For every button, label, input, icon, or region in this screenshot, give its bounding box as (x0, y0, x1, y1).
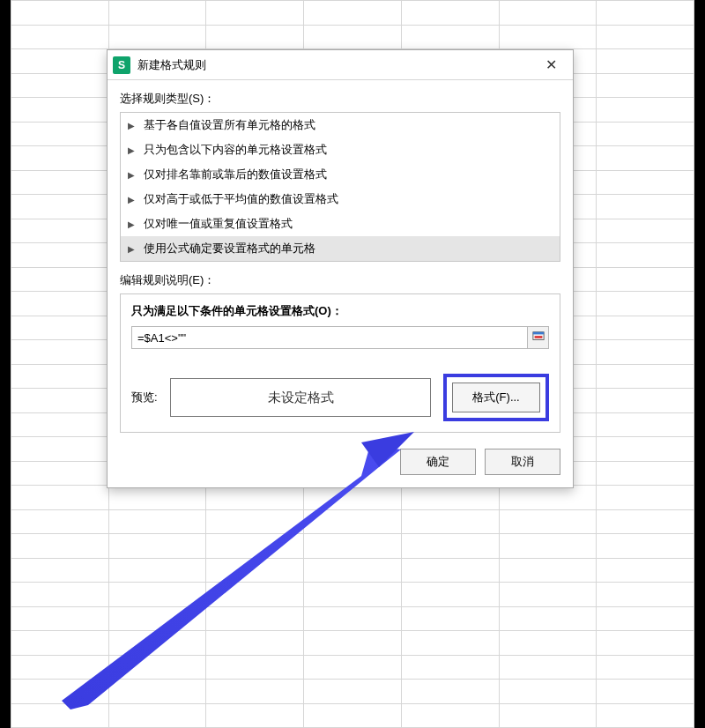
formula-input[interactable] (132, 327, 527, 348)
chevron-right-icon: ▶ (128, 170, 138, 180)
rule-type-item-label: 仅对唯一值或重复值设置格式 (144, 216, 293, 232)
close-button[interactable]: ✕ (536, 56, 566, 75)
new-format-rule-dialog: S 新建格式规则 ✕ 选择规则类型(S)： ▶ 基于各自值设置所有单元格的格式 … (107, 49, 574, 488)
cancel-button[interactable]: 取消 (485, 449, 560, 475)
rule-type-item-selected[interactable]: ▶ 使用公式确定要设置格式的单元格 (121, 236, 560, 261)
svg-rect-1 (532, 331, 543, 334)
chevron-right-icon: ▶ (128, 121, 138, 130)
image-black-border-right (694, 0, 705, 728)
rule-type-item[interactable]: ▶ 仅对高于或低于平均值的数值设置格式 (121, 187, 560, 212)
rule-type-item-label: 基于各自值设置所有单元格的格式 (144, 117, 315, 133)
chevron-right-icon: ▶ (128, 145, 138, 155)
rule-type-list[interactable]: ▶ 基于各自值设置所有单元格的格式 ▶ 只为包含以下内容的单元格设置格式 ▶ 仅… (120, 112, 560, 262)
dialog-titlebar[interactable]: S 新建格式规则 ✕ (108, 50, 573, 80)
preview-label: 预览: (131, 390, 163, 405)
chevron-right-icon: ▶ (128, 195, 138, 204)
rule-type-item[interactable]: ▶ 仅对排名靠前或靠后的数值设置格式 (121, 162, 560, 187)
refedit-icon (532, 331, 545, 345)
image-black-border-left (0, 0, 11, 728)
format-button-highlight: 格式(F)... (443, 374, 549, 421)
rule-type-item[interactable]: ▶ 基于各自值设置所有单元格的格式 (121, 113, 560, 137)
rule-edit-panel: 只为满足以下条件的单元格设置格式(O)： 预览: 未设定格式 (120, 293, 560, 433)
svg-rect-2 (534, 336, 542, 338)
edit-rule-description-label: 编辑规则说明(E)： (120, 272, 560, 288)
condition-label: 只为满足以下条件的单元格设置格式(O)： (131, 303, 549, 319)
ok-button[interactable]: 确定 (400, 449, 476, 475)
rule-type-item[interactable]: ▶ 仅对唯一值或重复值设置格式 (121, 212, 560, 236)
formula-refedit[interactable] (131, 326, 549, 349)
preview-box: 未设定格式 (170, 378, 431, 417)
collapse-refedit-button[interactable] (527, 327, 548, 348)
chevron-right-icon: ▶ (128, 219, 138, 229)
rule-type-item-label: 只为包含以下内容的单元格设置格式 (144, 142, 327, 158)
dialog-title: 新建格式规则 (137, 57, 536, 73)
rule-type-item-label: 使用公式确定要设置格式的单元格 (144, 241, 315, 256)
chevron-right-icon: ▶ (128, 244, 138, 254)
rule-type-item-label: 仅对高于或低于平均值的数值设置格式 (144, 191, 338, 207)
app-icon: S (113, 56, 130, 74)
rule-type-item[interactable]: ▶ 只为包含以下内容的单元格设置格式 (121, 137, 560, 162)
select-rule-type-label: 选择规则类型(S)： (120, 91, 560, 107)
format-button[interactable]: 格式(F)... (452, 383, 540, 412)
rule-type-item-label: 仅对排名靠前或靠后的数值设置格式 (144, 167, 327, 182)
close-icon: ✕ (545, 56, 557, 73)
